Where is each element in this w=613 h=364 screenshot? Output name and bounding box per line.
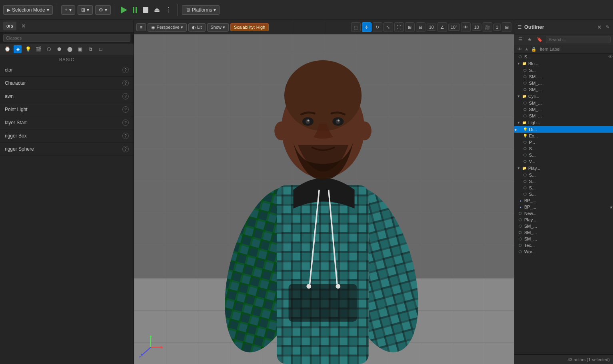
platforms-button[interactable]: 🖥 Platforms ▾: [182, 5, 220, 15]
mode-btn-2[interactable]: ⚙ ▾: [95, 5, 111, 15]
tab-close-button[interactable]: ✕: [21, 23, 26, 29]
outliner-search-input[interactable]: [546, 36, 611, 43]
info-icon-actor[interactable]: ?: [122, 67, 129, 73]
mesh-icon-blo2: ⬡: [522, 74, 528, 80]
options-button[interactable]: ⋮: [164, 4, 174, 15]
angle-icon-btn[interactable]: ∠: [437, 22, 447, 32]
class-item-character[interactable]: Character ?: [0, 77, 134, 90]
info-icon-trigger-box[interactable]: ?: [122, 133, 129, 139]
visual-icon-btn[interactable]: 🎬: [34, 45, 42, 53]
actor-icon-btn[interactable]: ◈: [14, 45, 22, 53]
tree-item-sm2[interactable]: ⬡ SM_...: [514, 229, 613, 236]
tree-item-blo-3[interactable]: ⬡ SM_...: [514, 80, 613, 86]
class-item-player-start[interactable]: layer Start ?: [0, 116, 134, 129]
tree-item-blo-4[interactable]: ⬡ SM_...: [514, 86, 613, 93]
perspective-button[interactable]: ◉ Perspective ▾: [148, 23, 186, 32]
add-icon: +: [65, 7, 68, 13]
stop-button[interactable]: [141, 6, 150, 14]
class-item-point-light[interactable]: Point Light ?: [0, 103, 134, 116]
all-icon-btn[interactable]: ▣: [76, 45, 84, 53]
tree-item-playsolo[interactable]: ⬡ Play...: [514, 217, 613, 223]
tree-item-ligh-v[interactable]: ⬡ V...: [514, 158, 613, 165]
show-button[interactable]: Show ▾: [207, 23, 229, 32]
copy-icon-btn[interactable]: ⧉: [86, 45, 94, 53]
collision-icon-btn[interactable]: ⬡: [45, 45, 53, 53]
group-cyli[interactable]: ▼ 📁 Cyli...: [514, 93, 613, 100]
tree-item-play-4[interactable]: ⬡ S...: [514, 191, 613, 197]
outliner-options-button[interactable]: ✎: [606, 24, 610, 30]
scale-tool[interactable]: ⤡: [383, 22, 393, 32]
eject-button[interactable]: ⏏: [152, 4, 162, 15]
light-icon-btn[interactable]: 💡: [24, 45, 32, 53]
group-name-ligh: Ligh...: [528, 120, 540, 125]
actors-tab[interactable]: ors: [3, 22, 16, 30]
class-name-player-start: layer Start: [5, 120, 27, 125]
group-blo[interactable]: ▼ 📁 Blo...: [514, 60, 613, 67]
class-item-trigger-sphere[interactable]: rigger Sphere ?: [0, 143, 134, 156]
visibility-column-icon[interactable]: 👁: [517, 46, 522, 52]
play-button[interactable]: [119, 5, 129, 15]
info-icon-pawn[interactable]: ?: [122, 93, 129, 99]
lit-button[interactable]: ◐ Lit: [188, 23, 206, 32]
filter-button[interactable]: ☰: [517, 36, 524, 43]
tree-item-ligh-s1[interactable]: ⬡ S...: [514, 145, 613, 152]
tree-item-play-1[interactable]: ⬡ S...: [514, 172, 613, 178]
viewport[interactable]: X Z Y ≡ ◉ Perspective ▾ ◐ Lit Show ▾: [134, 20, 514, 364]
group-ligh[interactable]: ▼ 📁 Ligh...: [514, 119, 613, 126]
tree-item-ligh-s2[interactable]: ⬡ S...: [514, 152, 613, 158]
ai-icon-btn[interactable]: ⬢: [55, 45, 63, 53]
class-item-trigger-box[interactable]: rigger Box ?: [0, 129, 134, 143]
pause-button[interactable]: [131, 5, 139, 15]
tree-item-bp1[interactable]: ⬥ BP_...: [514, 197, 613, 204]
tree-item-play-3[interactable]: ⬡ S...: [514, 185, 613, 191]
group-play[interactable]: ▼ 📁 Play...: [514, 165, 613, 172]
recent-icon-btn[interactable]: ⌚: [3, 45, 11, 53]
mode-btn-1[interactable]: ⊞ ▾: [78, 5, 93, 15]
camera-btn[interactable]: 🎥: [483, 22, 492, 32]
add-actor-button[interactable]: + ▾: [61, 5, 75, 15]
outliner-column-header: 👁 ★ 🔒 Item Label: [514, 45, 613, 54]
info-icon-player-start[interactable]: ?: [122, 119, 129, 126]
maximize-tool[interactable]: ⛶: [394, 22, 404, 32]
bookmark-filter-button[interactable]: 🔖: [535, 36, 544, 43]
snap-grid-tool[interactable]: ⊟: [416, 22, 425, 32]
outliner-close-button[interactable]: ✕: [597, 24, 602, 30]
tree-item-s1[interactable]: ⬡ S... 👁: [514, 54, 613, 60]
class-item-pawn[interactable]: awn ?: [0, 90, 134, 103]
tree-item-tex[interactable]: ⬡ Tex...: [514, 242, 613, 249]
info-icon-trigger-sphere[interactable]: ?: [122, 146, 129, 152]
tree-item-blo-1[interactable]: ⬡ S...: [514, 67, 613, 74]
selection-mode-button[interactable]: ▶ Selection Mode ▾: [3, 5, 53, 15]
misc-icon-btn[interactable]: ⬤: [66, 45, 74, 53]
tree-item-sm1[interactable]: ⬡ SM_...: [514, 223, 613, 229]
lock-column-icon[interactable]: 🔒: [531, 46, 537, 52]
info-icon-point-light[interactable]: ?: [122, 106, 129, 113]
layout-btn[interactable]: ⊞: [502, 22, 511, 32]
folder-icon-btn[interactable]: □: [97, 45, 105, 53]
star-column-icon[interactable]: ★: [524, 46, 529, 52]
tree-item-cyli-2[interactable]: ⬡ SM_...: [514, 106, 613, 113]
select-tool[interactable]: ⬚: [351, 22, 361, 32]
viewport-menu-button[interactable]: ≡: [136, 23, 146, 31]
tree-item-cyli-1[interactable]: ⬡ SM_...: [514, 100, 613, 106]
class-name-pawn: awn: [5, 93, 14, 99]
star-filter-button[interactable]: ★: [526, 36, 533, 43]
tree-item-sm3[interactable]: ⬡ SM_...: [514, 236, 613, 242]
tree-item-play-2[interactable]: ⬡ S...: [514, 178, 613, 185]
rotate-tool[interactable]: ↻: [373, 22, 382, 32]
fov-btn[interactable]: 👁: [461, 22, 471, 32]
tree-item-ligh-di[interactable]: ● 💡 Di...: [514, 126, 613, 133]
grid-tool[interactable]: ⊞: [405, 22, 415, 32]
tree-item-ligh-p[interactable]: ⬡ P...: [514, 139, 613, 145]
tree-item-bp2[interactable]: ⬥ BP_... ★: [514, 204, 613, 210]
tree-item-cyli-3[interactable]: ⬡ SM_...: [514, 113, 613, 119]
translate-tool[interactable]: ✛: [362, 22, 371, 32]
info-icon-character[interactable]: ?: [122, 80, 129, 86]
class-item-actor[interactable]: ctor ?: [0, 64, 134, 77]
tree-item-ligh-ex[interactable]: 💡 Ex...: [514, 133, 613, 139]
tree-item-new[interactable]: ⬡ New...: [514, 210, 613, 217]
tree-item-blo-2[interactable]: ⬡ SM_...: [514, 74, 613, 80]
classes-search-input[interactable]: [3, 34, 130, 42]
vis-toggle-s1[interactable]: 👁: [607, 54, 613, 60]
tree-item-wor[interactable]: ⬡ Wor...: [514, 249, 613, 255]
